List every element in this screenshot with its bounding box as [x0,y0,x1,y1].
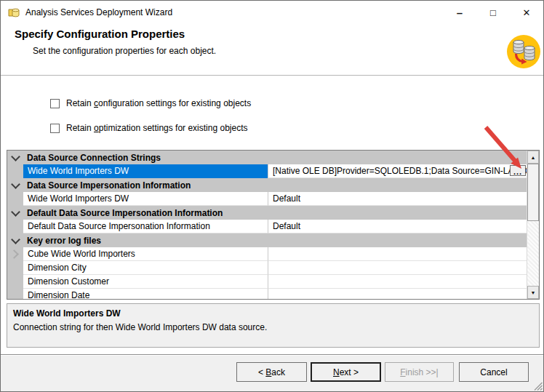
footer: < Back Next > Finish >>| Cancel [1,356,543,391]
deployment-wizard-icon [506,34,541,69]
property-value-cell[interactable]: Default [268,192,527,206]
chevron-down-icon[interactable] [11,180,20,189]
window-title: Analysis Services Deployment Wizard [25,7,172,17]
back-button[interactable]: < Back [236,362,307,382]
retain-configuration-checkbox[interactable]: Retain configuration settings for existi… [50,97,251,109]
description-title: Wide World Importers DW [13,308,533,319]
page-subtitle: Set the configuration properties for eac… [33,46,216,56]
section-row-default-impersonation[interactable]: Default Data Source Impersonation Inform… [7,206,527,220]
property-name-cell[interactable]: Default Data Source Impersonation Inform… [23,220,268,233]
chevron-down-icon[interactable] [11,152,20,161]
section-row-connection-strings[interactable]: Data Source Connection Strings [7,151,527,164]
header-divider [1,75,543,76]
property-name-cell[interactable]: Dimension Date [23,289,268,299]
description-panel: Wide World Importers DW Connection strin… [7,303,540,348]
property-value: Default [273,193,300,204]
section-row-key-error-log-files[interactable]: Key error log files [7,233,527,247]
property-value-cell[interactable] [268,275,527,289]
table-row-cube-wide-world-importers[interactable]: Cube Wide World Importers [7,247,527,261]
retain-optimization-label: Retain optimization settings for existin… [66,123,247,133]
next-button[interactable]: Next > [311,362,381,382]
titlebar: Analysis Services Deployment Wizard – □ … [1,1,543,24]
section-label: Default Data Source Impersonation Inform… [23,206,527,220]
scroll-up-icon[interactable]: ▲ [527,151,539,164]
property-value-cell[interactable]: [Native OLE DB]Provider=SQLOLEDB.1;Data … [268,164,527,178]
table-row-wide-world-importers-dw-impersonation[interactable]: Wide World Importers DW Default [7,192,527,206]
table-row-dimension-city[interactable]: Dimension City [7,261,527,275]
app-database-icon [8,7,20,18]
page-title: Specify Configuration Properties [15,28,185,40]
chevron-right-icon[interactable] [9,249,19,259]
table-row-default-impersonation[interactable]: Default Data Source Impersonation Inform… [7,220,527,233]
table-row-dimension-customer[interactable]: Dimension Customer [7,275,527,289]
collapse-gutter[interactable] [7,178,23,192]
section-label: Data Source Impersonation Information [23,178,527,192]
property-name-cell[interactable]: Dimension Customer [23,275,268,289]
property-name-cell[interactable]: Dimension City [23,261,268,275]
resize-grip-icon[interactable] [533,381,543,391]
checkbox-unchecked-icon[interactable] [50,124,60,133]
property-value-cell[interactable]: Default [268,220,527,233]
description-text: Connection string for then Wide World Im… [13,322,533,332]
vertical-scrollbar[interactable]: ▲ ▼ [527,151,539,299]
property-value-cell[interactable] [268,247,527,261]
property-value: Default [273,221,300,231]
connection-string-value: [Native OLE DB]Provider=SQLOLEDB.1;Data … [273,166,527,176]
table-row-dimension-date[interactable]: Dimension Date [7,289,527,299]
checkbox-unchecked-icon[interactable] [50,99,60,108]
section-label: Key error log files [23,233,527,247]
row-gutter [7,261,23,275]
section-row-impersonation-info[interactable]: Data Source Impersonation Information [7,178,527,192]
collapse-gutter[interactable] [7,151,23,164]
ellipsis-button[interactable]: ... [510,165,526,176]
scroll-down-icon[interactable]: ▼ [527,286,539,299]
minimize-icon[interactable]: – [443,1,476,24]
property-name-cell[interactable]: Wide World Importers DW [23,164,268,178]
property-name-cell[interactable]: Wide World Importers DW [23,192,268,206]
retain-configuration-label: Retain configuration settings for existi… [66,98,251,108]
property-name-cell[interactable]: Cube Wide World Importers [23,247,268,261]
chevron-down-icon[interactable] [11,235,20,244]
expand-gutter[interactable] [7,247,23,261]
row-gutter [7,164,23,178]
property-grid: Data Source Connection Strings Wide Worl… [7,150,540,300]
chevron-down-icon[interactable] [11,207,20,217]
scrollbar-thumb[interactable] [527,164,539,221]
table-row-wide-world-importers-dw[interactable]: Wide World Importers DW [Native OLE DB]P… [7,164,527,178]
row-gutter [7,192,23,206]
row-gutter [7,275,23,289]
collapse-gutter[interactable] [7,233,23,247]
maximize-icon[interactable]: □ [476,1,510,24]
property-value-cell[interactable] [268,261,527,275]
cancel-button[interactable]: Cancel [459,362,529,382]
finish-button: Finish >>| [385,362,454,382]
collapse-gutter[interactable] [7,206,23,220]
close-icon[interactable]: ✕ [510,1,543,24]
property-grid-rows: Data Source Connection Strings Wide Worl… [7,151,527,299]
retain-optimization-checkbox[interactable]: Retain optimization settings for existin… [50,122,247,134]
wizard-window: Analysis Services Deployment Wizard – □ … [0,0,544,392]
property-value-cell[interactable] [268,289,527,299]
row-gutter [7,289,23,299]
section-label: Data Source Connection Strings [23,151,527,164]
window-controls: – □ ✕ [443,1,543,24]
row-gutter [7,220,23,233]
